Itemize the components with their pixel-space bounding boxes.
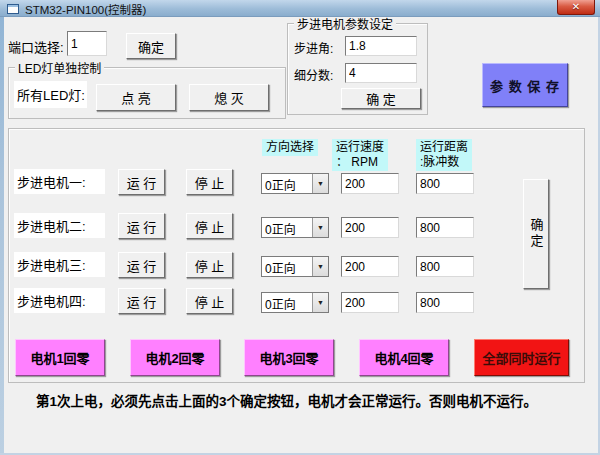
motor2-distance-input[interactable] <box>416 217 474 238</box>
chevron-down-icon[interactable]: ▼ <box>312 257 328 276</box>
motor3-speed-input[interactable] <box>341 256 399 277</box>
motor3-direction-select[interactable]: 0正向 ▼ <box>261 256 329 277</box>
run-all-button[interactable]: 全部同时运行 <box>474 339 569 376</box>
chevron-down-icon[interactable]: ▼ <box>312 218 328 237</box>
motor-control-frame: 方向选择 运行速度： RPM 运行距离:脉冲数 步进电机一: 运 行 停 止 0… <box>8 128 585 383</box>
motor2-label: 步进电机二: <box>14 213 105 238</box>
port-confirm-button[interactable]: 确定 <box>126 33 176 59</box>
motor3-run-button[interactable]: 运 行 <box>118 252 165 278</box>
motor4-zero-button[interactable]: 电机4回零 <box>359 339 449 376</box>
window-title: STM32-PIN100(控制器) <box>25 1 146 17</box>
direction-header: 方向选择 <box>262 139 318 156</box>
all-led-label: 所有LED灯: <box>14 81 87 108</box>
led-off-button[interactable]: 熄 灭 <box>189 84 269 111</box>
chevron-down-icon[interactable]: ▼ <box>312 293 328 312</box>
motor3-label: 步进电机三: <box>14 252 105 277</box>
motor1-distance-input[interactable] <box>416 173 474 194</box>
motor-params-group: 步进电机参数设定 步进角: 细分数: 确 定 <box>287 23 428 115</box>
chevron-down-icon[interactable]: ▼ <box>312 174 328 193</box>
step-angle-label: 步进角: <box>294 39 333 56</box>
first-power-note: 第1次上电，必须先点击上面的3个确定按钮，电机才会正常运行。否则电机不运行。 <box>36 390 537 410</box>
led-group-title: LED灯单独控制 <box>15 59 104 76</box>
motor2-run-button[interactable]: 运 行 <box>118 213 165 239</box>
window-border-left <box>0 0 4 455</box>
port-input[interactable] <box>67 31 107 56</box>
titlebar: STM32-PIN100(控制器) ✕ <box>0 0 600 17</box>
motor3-zero-button[interactable]: 电机3回零 <box>244 339 334 376</box>
step-angle-input[interactable] <box>345 36 417 56</box>
close-icon: ✕ <box>572 1 580 12</box>
params-confirm-button[interactable]: 确 定 <box>341 88 421 109</box>
close-button[interactable]: ✕ <box>557 0 595 15</box>
motors-confirm-button[interactable]: 确定 <box>523 179 549 289</box>
motor3-stop-button[interactable]: 停 止 <box>186 252 233 278</box>
motor-params-group-title: 步进电机参数设定 <box>294 15 396 32</box>
motor1-run-button[interactable]: 运 行 <box>118 169 165 195</box>
motor4-direction-select[interactable]: 0正向 ▼ <box>261 292 329 313</box>
motor4-run-button[interactable]: 运 行 <box>118 288 165 314</box>
subdivision-input[interactable] <box>345 63 417 83</box>
motor1-label: 步进电机一: <box>14 169 105 194</box>
motor4-distance-input[interactable] <box>416 292 474 313</box>
port-select-label: 端口选择: <box>8 37 64 56</box>
app-window: STM32-PIN100(控制器) ✕ 端口选择: 确定 LED灯单独控制 所有… <box>0 0 600 455</box>
save-params-button[interactable]: 参 数 保 存 <box>482 63 568 107</box>
motor3-distance-input[interactable] <box>416 256 474 277</box>
motor2-stop-button[interactable]: 停 止 <box>186 213 233 239</box>
motor4-speed-input[interactable] <box>341 292 399 313</box>
motor1-zero-button[interactable]: 电机1回零 <box>15 339 105 376</box>
led-control-group: LED灯单独控制 所有LED灯: 点 亮 熄 灭 <box>8 67 286 119</box>
speed-header: 运行速度： RPM <box>332 139 388 171</box>
motor1-stop-button[interactable]: 停 止 <box>186 169 233 195</box>
app-icon <box>7 4 19 14</box>
motor2-speed-input[interactable] <box>341 217 399 238</box>
motor2-direction-select[interactable]: 0正向 ▼ <box>261 217 329 238</box>
motor1-direction-select[interactable]: 0正向 ▼ <box>261 173 329 194</box>
led-on-button[interactable]: 点 亮 <box>96 84 176 111</box>
distance-header: 运行距离:脉冲数 <box>416 139 472 171</box>
motor1-speed-input[interactable] <box>341 173 399 194</box>
motor4-label: 步进电机四: <box>14 288 105 313</box>
motor2-zero-button[interactable]: 电机2回零 <box>130 339 220 376</box>
subdivision-label: 细分数: <box>294 66 333 83</box>
motor4-stop-button[interactable]: 停 止 <box>186 288 233 314</box>
